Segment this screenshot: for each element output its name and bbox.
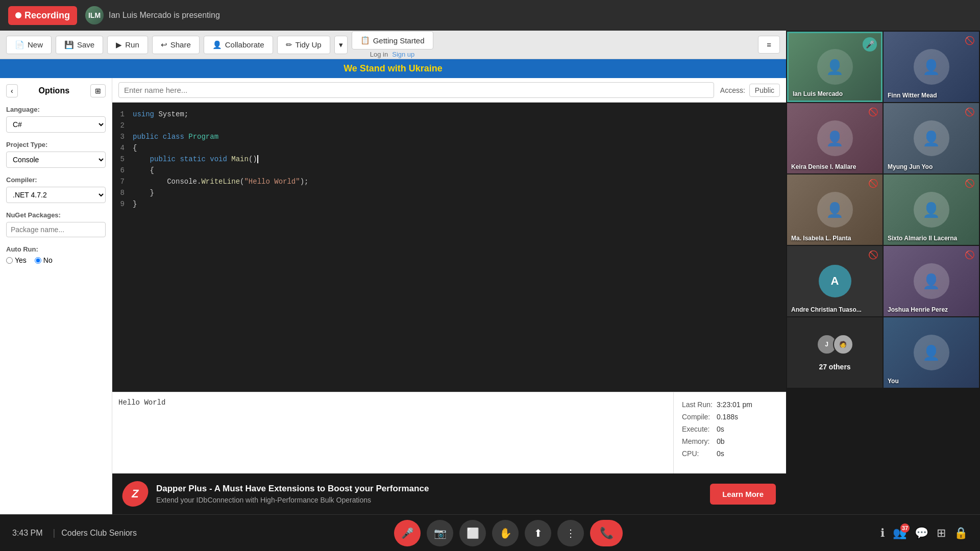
run-icon: ▶ — [116, 40, 122, 49]
video-tile-finn[interactable]: 👤 🚫 Finn Witter Mead — [884, 32, 979, 102]
nuget-label: NuGet Packages: — [6, 211, 106, 219]
code-name-input[interactable] — [118, 82, 714, 98]
ian-active-indicator: 🎤 — [863, 37, 877, 52]
present-button[interactable]: ⬆ — [525, 520, 551, 546]
compiler-select[interactable]: .NET 4.7.2 .NET 6.0 — [6, 187, 106, 203]
myung-avatar: 👤 — [914, 120, 949, 156]
last-run-label: Last Run: — [682, 398, 717, 411]
presenter-name: Ian Luis Mercado is presenting — [109, 11, 220, 20]
nuget-input[interactable] — [6, 222, 106, 237]
presenter-avatar: ILM — [85, 6, 104, 24]
ad-logo: Z — [120, 481, 151, 507]
mute-button[interactable]: 🎤 — [394, 520, 421, 546]
myung-mic-muted-icon: 🚫 — [965, 107, 975, 117]
menu-button[interactable]: ≡ — [758, 36, 780, 54]
raise-hand-button[interactable]: ✋ — [492, 520, 519, 546]
joshua-avatar: 👤 — [914, 263, 949, 299]
share-icon: ↩ — [161, 40, 167, 49]
autorun-no-option[interactable]: No — [35, 256, 53, 264]
line-numbers: 123456789 — [112, 103, 129, 392]
sixto-mic-muted-icon: 🚫 — [965, 179, 975, 188]
run-button[interactable]: ▶ Run — [107, 36, 148, 54]
log-in-link[interactable]: Log in — [370, 51, 388, 58]
new-button[interactable]: 📄 New — [6, 36, 52, 54]
info-button[interactable]: ℹ — [880, 527, 885, 540]
finn-name-label: Finn Witter Mead — [888, 92, 937, 99]
video-tile-keira[interactable]: 👤 🚫 Keira Denise I. Mallare — [787, 103, 883, 173]
memory-value: 0b — [717, 435, 752, 447]
activities-button[interactable]: ⊞ — [937, 527, 946, 540]
participants-button[interactable]: 👥 37 — [893, 527, 906, 540]
main-area: 📄 New 💾 Save ▶ Run ↩ Share 👤 Collaborate… — [0, 31, 980, 514]
video-tile-andre[interactable]: A 🚫 Andre Christian Tuaso... — [787, 246, 883, 316]
isabela-avatar: 👤 — [817, 192, 853, 228]
code-editor[interactable]: 123456789 using System; public class Pro… — [112, 103, 786, 392]
tidy-icon: ✏ — [286, 40, 292, 49]
code-content[interactable]: using System; public class Program { pub… — [129, 103, 786, 392]
meeting-name: Coders Club Seniors — [61, 529, 137, 538]
recording-button[interactable]: Recording — [8, 6, 77, 25]
compile-label: Compile: — [682, 411, 717, 423]
language-select[interactable]: C# Java Python — [6, 116, 106, 133]
getting-started-group: 📋 Getting Started Log in Sign up — [352, 31, 433, 58]
screen-share-toggle[interactable]: ⬜ — [459, 520, 486, 546]
more-options-button[interactable]: ⋮ — [557, 520, 584, 546]
others-avatars: J 🧑 — [817, 334, 853, 355]
video-tile-myung[interactable]: 👤 🚫 Myung Jun Yoo — [884, 103, 979, 173]
joshua-mic-muted-icon: 🚫 — [965, 250, 975, 260]
video-tile-ian[interactable]: 👤 🎤 Ian Luis Mercado — [787, 32, 883, 102]
andre-mic-muted-icon: 🚫 — [868, 250, 878, 260]
isabela-mic-muted-icon: 🚫 — [868, 179, 878, 188]
collaborate-button[interactable]: 👤 Collaborate — [204, 36, 273, 54]
end-call-button[interactable]: 📞 — [590, 520, 623, 546]
ide-panel: 📄 New 💾 Save ▶ Run ↩ Share 👤 Collaborate… — [0, 31, 786, 514]
save-button[interactable]: 💾 Save — [56, 36, 103, 54]
lock-button[interactable]: 🔒 — [954, 527, 968, 540]
sixto-name-label: Sixto Almario II Lacerna — [888, 235, 957, 242]
options-title: Options — [39, 86, 69, 95]
book-icon: 📋 — [360, 36, 370, 45]
video-tile-sixto[interactable]: 👤 🚫 Sixto Almario II Lacerna — [884, 174, 979, 245]
tidy-up-button[interactable]: ✏ Tidy Up — [277, 36, 330, 54]
chat-button[interactable]: 💬 — [915, 527, 928, 540]
video-grid: 👤 🎤 Ian Luis Mercado 👤 🚫 Finn Witter Mea… — [786, 31, 980, 389]
save-icon: 💾 — [64, 40, 74, 49]
recording-dot-icon — [15, 12, 21, 18]
other-avatar-2: 🧑 — [833, 334, 853, 355]
camera-button[interactable]: 📷 — [427, 520, 453, 546]
ukraine-banner: We Stand with Ukraine — [0, 59, 786, 78]
right-controls: ℹ 👥 37 💬 ⊞ 🔒 — [880, 527, 968, 540]
project-type-select[interactable]: Console Web — [6, 152, 106, 168]
video-tile-isabela[interactable]: 👤 🚫 Ma. Isabela L. Planta — [787, 174, 883, 245]
autorun-yes-option[interactable]: Yes — [6, 256, 27, 264]
video-tile-others[interactable]: J 🧑 27 others — [787, 317, 883, 388]
code-access: Access: Public — [720, 84, 780, 97]
autorun-group: Yes No — [6, 256, 106, 264]
autorun-yes-radio[interactable] — [6, 257, 13, 264]
compile-value: 0.188s — [717, 411, 752, 423]
joshua-name-label: Joshua Henrie Perez — [888, 306, 948, 313]
autorun-no-radio[interactable] — [35, 257, 41, 264]
options-sidebar: ‹ Options ⊞ Language: C# Java Python Pro… — [0, 78, 112, 514]
share-button[interactable]: ↩ Share — [152, 36, 200, 54]
compiler-label: Compiler: — [6, 176, 106, 184]
learn-more-button[interactable]: Learn More — [710, 484, 776, 505]
getting-started-button[interactable]: 📋 Getting Started — [352, 31, 433, 49]
options-back-button[interactable]: ‹ — [6, 84, 18, 97]
code-header: Access: Public — [112, 78, 786, 103]
execute-value: 0s — [717, 423, 752, 435]
output-stats: Last Run: 3:23:01 pm Compile: 0.188s Exe… — [674, 392, 786, 473]
output-console: Hello World — [112, 392, 674, 473]
options-header: ‹ Options ⊞ — [6, 84, 106, 97]
video-tile-you[interactable]: 👤 You — [884, 317, 979, 388]
recording-label: Recording — [24, 10, 70, 21]
video-tile-joshua[interactable]: 👤 🚫 Joshua Henrie Perez — [884, 246, 979, 316]
keira-avatar: 👤 — [817, 120, 853, 156]
finn-mic-muted-icon: 🚫 — [965, 36, 975, 45]
autorun-label: Auto Run: — [6, 245, 106, 253]
participants-badge: 37 — [900, 523, 910, 533]
sign-up-link[interactable]: Sign up — [392, 51, 414, 58]
sixto-avatar: 👤 — [914, 192, 949, 228]
dropdown-button[interactable]: ▾ — [334, 36, 348, 54]
options-pin-button[interactable]: ⊞ — [90, 84, 106, 97]
